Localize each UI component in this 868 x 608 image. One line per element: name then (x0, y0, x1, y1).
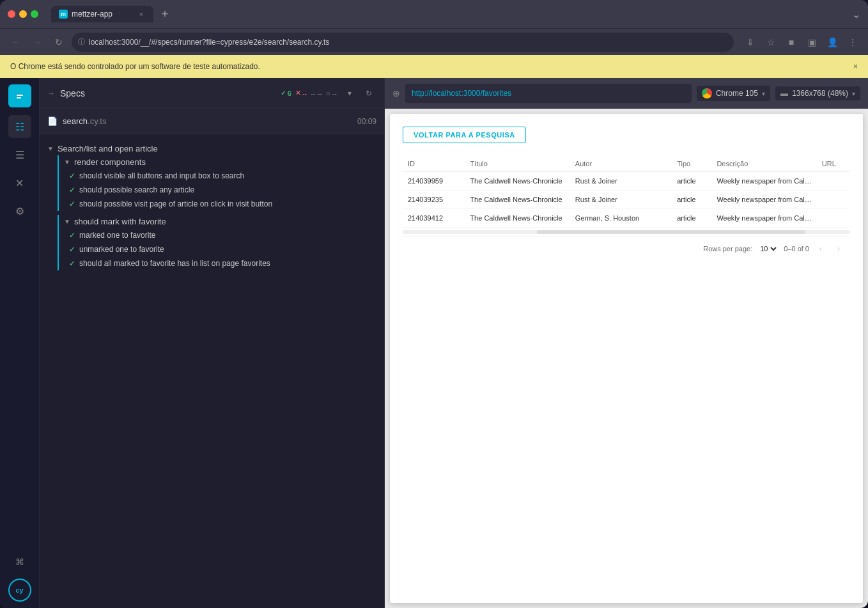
specs-header: → Specs ✓ 6 ✕ -- -- -- ○ -- ▾ ↻ (40, 78, 384, 109)
specs-refresh-button[interactable]: ↻ (361, 86, 376, 101)
specs-title: Specs (60, 88, 275, 98)
sub-suite-favorite: ▼ should mark with favorite ✓ marked one… (58, 215, 376, 270)
keyboard-shortcut-icon[interactable]: ⌘ (8, 550, 31, 573)
sub-suite-render-name: render components (74, 157, 146, 167)
menu-icon[interactable]: ⋮ (844, 33, 862, 51)
suite-search-header[interactable]: ▼ Search/list and open article (47, 142, 376, 155)
next-page-button[interactable]: › (832, 242, 845, 255)
window-collapse-button[interactable]: ⌄ (852, 8, 860, 20)
iframe-content: VOLTAR PARA A PESQUISA ID Título Autor T… (390, 114, 863, 603)
nav-bar: ← → ↻ ⓘ localhost:3000/__/#/specs/runner… (0, 28, 868, 55)
browser-url-input[interactable] (405, 84, 692, 103)
back-button[interactable]: ← (6, 33, 24, 51)
bookmark-icon[interactable]: ☆ (762, 33, 780, 51)
scrollbar-thumb (537, 230, 805, 234)
cell-autor: Rust & Joiner (570, 191, 672, 209)
suite-chevron-icon: ▼ (47, 145, 54, 152)
browser-engine-selector[interactable]: Chrome 105 ▾ (697, 86, 770, 101)
sidebar-runs-icon[interactable]: ☰ (8, 143, 31, 166)
forward-button[interactable]: → (28, 33, 46, 51)
table-footer: Rows per page: 10 25 50 0–0 of 0 ‹ › (403, 237, 850, 260)
test-item-5[interactable]: ✓ unmarked one to favorite (64, 242, 376, 256)
fullscreen-window-button[interactable] (31, 10, 38, 18)
extensions-icon[interactable]: ■ (782, 33, 800, 51)
test-name-3: should possible visit page of article on… (79, 199, 272, 208)
svg-rect-2 (17, 97, 21, 98)
prev-page-button[interactable]: ‹ (814, 242, 827, 255)
tab-close-button[interactable]: × (137, 10, 146, 19)
address-text: localhost:3000/__/#/specs/runner?file=cy… (89, 38, 727, 47)
file-header: 📄 search.cy.ts 00:09 (40, 109, 384, 134)
fail-badge: ✕ -- (295, 89, 307, 97)
sidebar-settings-icon[interactable]: ⚙ (8, 199, 31, 222)
back-to-search-button[interactable]: VOLTAR PARA A PESQUISA (403, 127, 526, 143)
address-bar[interactable]: ⓘ localhost:3000/__/#/specs/runner?file=… (72, 33, 734, 52)
sidebar-debug-icon[interactable]: ✕ (8, 171, 31, 194)
sub-suite-fav-chevron-icon: ▼ (64, 218, 70, 225)
main-content: ☷ ☰ ✕ ⚙ ⌘ cy → Specs ✓ 6 ✕ -- -- -- ○ -- (0, 78, 868, 608)
traffic-lights (8, 10, 38, 18)
specs-dropdown-button[interactable]: ▾ (342, 86, 357, 101)
cell-tipo: article (672, 209, 711, 228)
suite-search-name: Search/list and open article (58, 144, 158, 153)
test-item-1[interactable]: ✓ should visible all buttons and input b… (64, 169, 376, 183)
cell-url (817, 172, 850, 191)
split-view-icon[interactable]: ▣ (803, 33, 821, 51)
warning-text: O Chrome está sendo controlado por um so… (10, 62, 260, 71)
cell-autor: Rust & Joiner (570, 172, 672, 191)
tab-favicon: m (59, 10, 68, 19)
cell-titulo: The Caldwell News-Chronicle (465, 191, 570, 209)
test-item-4[interactable]: ✓ marked one to favorite (64, 228, 376, 242)
browser-tab[interactable]: m mettzer-app × (51, 6, 153, 22)
file-name: search.cy.ts (63, 116, 106, 126)
sub-suite-favorite-header[interactable]: ▼ should mark with favorite (64, 215, 376, 228)
svg-rect-1 (17, 95, 23, 96)
cell-titulo: The Caldwell News-Chronicle (465, 209, 570, 228)
sidebar-specs-icon[interactable]: ☷ (8, 115, 31, 138)
file-time: 00:09 (357, 117, 376, 126)
new-tab-button[interactable]: + (156, 5, 174, 23)
secure-icon: ⓘ (78, 37, 85, 47)
warning-close-button[interactable]: × (853, 62, 858, 71)
browser-size-chevron-icon: ▾ (852, 90, 855, 97)
sub-suite-render-header[interactable]: ▼ render components (64, 155, 376, 169)
chrome-icon (702, 88, 712, 98)
table-row: 214039412The Caldwell News-ChronicleGerm… (403, 209, 850, 228)
download-icon[interactable]: ⇓ (741, 33, 759, 51)
browser-size-selector[interactable]: ▬ 1366x768 (48%) ▾ (775, 86, 860, 100)
cell-tipo: article (672, 172, 711, 191)
test-item-6[interactable]: ✓ should all marked to favorite has in l… (64, 256, 376, 270)
browser-panel: ⊕ Chrome 105 ▾ ▬ 1366x768 (48%) ▾ VOLTAR… (385, 78, 868, 608)
rows-per-page-select[interactable]: 10 25 50 (757, 244, 779, 253)
minimize-window-button[interactable] (19, 10, 27, 18)
os-window: m mettzer-app × + ⌄ ← → ↻ ⓘ localhost:30… (0, 0, 868, 608)
test-pass-icon-5: ✓ (69, 245, 75, 254)
title-bar: m mettzer-app × + ⌄ (0, 0, 868, 28)
nav-actions: ⇓ ☆ ■ ▣ 👤 ⋮ (741, 33, 862, 51)
articles-table: ID Título Autor Tipo Descrição URL 21403… (403, 156, 850, 228)
pending-badge: ○ -- (326, 90, 337, 97)
cell-id: 214039235 (403, 191, 465, 209)
table-row: 214039235The Caldwell News-ChronicleRust… (403, 191, 850, 209)
browser-engine-name: Chrome 105 (716, 89, 758, 98)
cypress-logo (8, 84, 31, 107)
table-scrollbar[interactable] (403, 230, 850, 234)
cypress-bottom-logo: cy (8, 579, 31, 602)
test-pass-icon-1: ✓ (69, 171, 75, 180)
browser-toolbar: ⊕ Chrome 105 ▾ ▬ 1366x768 (48%) ▾ (385, 78, 868, 109)
test-item-3[interactable]: ✓ should possible visit page of article … (64, 197, 376, 211)
test-item-2[interactable]: ✓ should possible search any article (64, 183, 376, 197)
reload-button[interactable]: ↻ (50, 33, 68, 51)
cell-autor: German, S. Houston (570, 209, 672, 228)
col-header-titulo: Título (465, 156, 570, 172)
profile-icon[interactable]: 👤 (823, 33, 841, 51)
warning-bar: O Chrome está sendo controlado por um so… (0, 55, 868, 78)
cell-descricao: Weekly newspaper from Caldwell, Texas t.… (711, 191, 816, 209)
test-pass-icon-2: ✓ (69, 185, 75, 194)
test-name-4: marked one to favorite (79, 231, 155, 240)
close-window-button[interactable] (8, 10, 15, 18)
cell-descricao: Weekly newspaper from Caldwell, Texas t.… (711, 209, 816, 228)
rows-per-page-label: Rows per page: (703, 245, 752, 253)
test-name-2: should possible search any article (79, 185, 194, 194)
skip-badge: -- -- (311, 90, 322, 97)
